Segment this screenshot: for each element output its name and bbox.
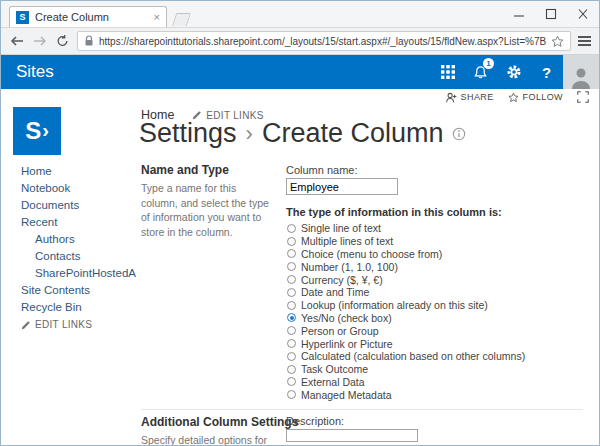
page-command-row: SHARE FOLLOW xyxy=(1,89,599,105)
description-label: Description: xyxy=(286,415,344,427)
type-radio[interactable] xyxy=(287,352,296,361)
type-radio[interactable] xyxy=(287,326,296,335)
type-option-label: Currency ($, ¥, €) xyxy=(301,274,383,286)
sidebar-edit-links-button[interactable]: EDIT LINKS xyxy=(21,319,92,330)
close-button[interactable] xyxy=(567,1,599,27)
follow-label: FOLLOW xyxy=(523,92,563,102)
site-logo[interactable]: S › xyxy=(13,107,61,155)
refresh-button[interactable] xyxy=(55,34,70,48)
sidebar-item-documents[interactable]: Documents xyxy=(21,199,136,216)
type-radio[interactable] xyxy=(287,390,296,399)
browser-menu-icon[interactable] xyxy=(578,36,591,46)
notification-badge: 1 xyxy=(483,58,494,69)
type-option-label: Choice (menu to choose from) xyxy=(301,248,442,260)
page-title: Settings › Create Column xyxy=(139,118,466,149)
type-option-label: Task Outcome xyxy=(301,363,368,375)
type-radio[interactable] xyxy=(287,339,296,348)
follow-button[interactable]: FOLLOW xyxy=(508,92,563,103)
forward-button[interactable] xyxy=(32,34,48,48)
type-option-row[interactable]: Date and Time xyxy=(287,286,525,299)
type-option-row[interactable]: Currency ($, ¥, €) xyxy=(287,273,525,286)
sidebar-item-sharepointhostedapp[interactable]: SharePointHostedApp xyxy=(21,267,136,284)
type-option-row[interactable]: Single line of text xyxy=(287,222,525,235)
column-type-options: Single line of text Multiple lines of te… xyxy=(287,222,525,401)
type-radio[interactable] xyxy=(287,288,296,297)
section-name-and-type-description: Type a name for this column, and select … xyxy=(141,181,274,240)
type-option-label: Managed Metadata xyxy=(301,389,391,401)
type-option-row[interactable]: Managed Metadata xyxy=(287,388,525,401)
pencil-icon xyxy=(21,320,31,330)
browser-toolbar: https://sharepointtutorials.sharepoint.c… xyxy=(1,27,599,55)
type-option-row[interactable]: Yes/No (check box) xyxy=(287,312,525,325)
app-launcher-button[interactable] xyxy=(431,55,464,89)
section-additional-settings-description: Specify detailed options for the type of… xyxy=(141,433,281,446)
suite-bar: Sites 1 xyxy=(1,55,599,89)
minimize-button[interactable] xyxy=(503,1,535,27)
type-option-row[interactable]: Task Outcome xyxy=(287,363,525,376)
type-radio[interactable] xyxy=(287,313,296,322)
type-option-row[interactable]: Lookup (information already on this site… xyxy=(287,299,525,312)
app-grid-icon xyxy=(441,65,455,79)
gear-icon xyxy=(506,64,522,80)
sidebar-edit-links-label: EDIT LINKS xyxy=(35,319,92,330)
address-bar[interactable]: https://sharepointtutorials.sharepoint.c… xyxy=(77,31,571,51)
type-radio[interactable] xyxy=(287,262,296,271)
share-button[interactable]: SHARE xyxy=(446,92,494,103)
help-button[interactable]: ? xyxy=(530,55,563,89)
back-arrow-icon xyxy=(9,34,25,48)
person-icon xyxy=(569,65,593,89)
sidebar-item-recent[interactable]: Recent xyxy=(21,216,136,233)
page-title-settings[interactable]: Settings xyxy=(139,118,237,149)
type-option-label: Number (1, 1.0, 100) xyxy=(301,261,398,273)
sidebar-item-contacts[interactable]: Contacts xyxy=(21,250,136,267)
type-radio[interactable] xyxy=(287,365,296,374)
sidebar-item-home[interactable]: Home xyxy=(21,165,136,182)
settings-button[interactable] xyxy=(497,55,530,89)
share-icon xyxy=(446,92,457,103)
description-textarea[interactable] xyxy=(286,429,418,442)
site-logo-letter: S xyxy=(25,117,41,145)
tab-title: Create Column xyxy=(35,11,148,23)
type-option-row[interactable]: Calculated (calculation based on other c… xyxy=(287,350,525,363)
type-option-row[interactable]: Person or Group xyxy=(287,324,525,337)
sidebar-item-authors[interactable]: Authors xyxy=(21,233,136,250)
suite-bar-title[interactable]: Sites xyxy=(1,62,54,82)
sharepoint-favicon-icon: S xyxy=(16,11,29,24)
new-tab-button[interactable] xyxy=(172,13,191,26)
type-radio[interactable] xyxy=(287,224,296,233)
type-radio[interactable] xyxy=(287,237,296,246)
secure-lock-icon[interactable] xyxy=(84,35,94,47)
type-radio[interactable] xyxy=(287,301,296,310)
sidebar-item-notebook[interactable]: Notebook xyxy=(21,182,136,199)
type-option-row[interactable]: External Data xyxy=(287,376,525,389)
focus-on-content-button[interactable] xyxy=(577,91,589,103)
sidebar-item-site-contents[interactable]: Site Contents xyxy=(21,284,136,301)
refresh-icon xyxy=(55,34,70,48)
url-text[interactable]: https://sharepointtutorials.sharepoint.c… xyxy=(99,36,546,47)
info-icon[interactable] xyxy=(452,127,466,141)
maximize-button[interactable] xyxy=(535,1,567,27)
column-name-input[interactable] xyxy=(286,178,398,195)
type-radio[interactable] xyxy=(287,377,296,386)
type-option-label: Single line of text xyxy=(301,222,381,234)
tab-close-icon[interactable]: × xyxy=(154,12,160,23)
help-icon: ? xyxy=(542,64,551,81)
browser-tab[interactable]: S Create Column × xyxy=(9,6,167,27)
type-option-row[interactable]: Choice (menu to choose from) xyxy=(287,248,525,261)
column-type-label: The type of information in this column i… xyxy=(286,206,502,218)
type-radio[interactable] xyxy=(287,275,296,284)
type-option-row[interactable]: Multiple lines of text xyxy=(287,235,525,248)
browser-titlebar: S Create Column × xyxy=(1,1,599,27)
notifications-button[interactable]: 1 xyxy=(464,55,497,89)
breadcrumb-separator: › xyxy=(246,121,253,147)
type-option-row[interactable]: Hyperlink or Picture xyxy=(287,337,525,350)
column-name-label: Column name: xyxy=(286,164,358,176)
sidebar-item-recycle-bin[interactable]: Recycle Bin xyxy=(21,301,136,318)
type-option-label: Date and Time xyxy=(301,286,369,298)
back-button[interactable] xyxy=(9,34,25,48)
user-avatar[interactable] xyxy=(563,55,599,89)
bookmark-star-icon[interactable] xyxy=(551,35,564,48)
type-radio[interactable] xyxy=(287,249,296,258)
type-option-row[interactable]: Number (1, 1.0, 100) xyxy=(287,260,525,273)
page-content: S › Home EDIT LINKS Settings › Create Co… xyxy=(1,105,599,446)
